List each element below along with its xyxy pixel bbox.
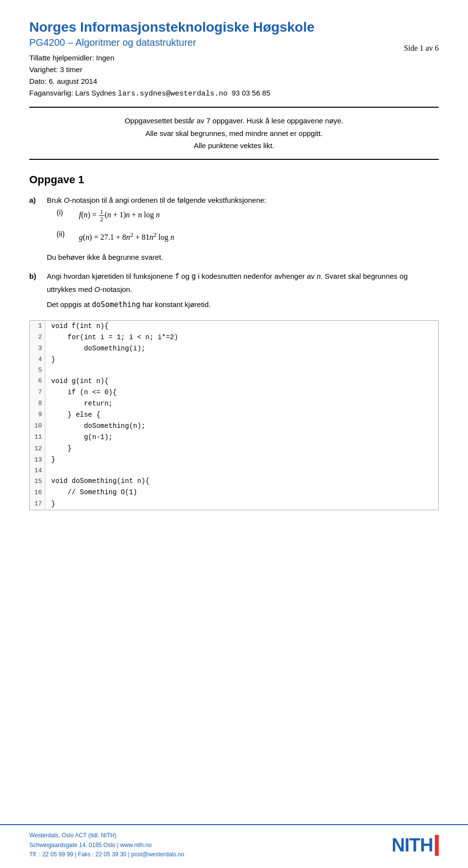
part-b-text2: Det oppgis at doSomething har konstant k… (47, 298, 439, 311)
duration: Varighet: 3 timer (29, 64, 404, 76)
code-line-14: 14 (30, 466, 438, 476)
code-line-11: 11 g(n-1); (30, 432, 438, 443)
code-line-17: 17 } (30, 499, 438, 510)
page-footer: Westerdals, Oslo ACT (tidl. NITH) Schwei… (0, 824, 468, 868)
code-line-4: 4 } (30, 354, 438, 366)
code-line-15: 15 void doSomething(int n){ (30, 476, 438, 487)
responsible: Fagansvarlig: Lars Sydnes lars.sydnes@we… (29, 87, 404, 100)
page-header: Norges Informasjonsteknologiske Høgskole… (29, 19, 439, 100)
problem-content: a) Bruk O-notasjon til å angi ordenen ti… (29, 194, 439, 311)
intro-line3: Alle punktene vektes likt. (29, 139, 439, 152)
part-a-body: Bruk O-notasjon til å angi ordenen til d… (47, 194, 439, 264)
nith-logo-bar (435, 835, 439, 856)
code-line-6: 6 void g(int n){ (30, 376, 438, 387)
part-b-label: b) (29, 270, 47, 311)
code-line-1: 1 void f(int n){ (30, 321, 438, 332)
code-block: 1 void f(int n){ 2 for(int i = 1; i < n;… (29, 320, 439, 510)
sub-part-ii: (ii) g(n) = 27.1 + 8n2 + 81n2 log n (57, 228, 439, 246)
code-line-8: 8 return; (30, 398, 438, 409)
footer-line1: Westerdals, Oslo ACT (tidl. NITH) (29, 831, 184, 840)
footer-line3: Tlf. : 22 05 99 99 | Faks : 22 05 39 30 … (29, 850, 184, 859)
part-a: a) Bruk O-notasjon til å angi ordenen ti… (29, 194, 439, 264)
sub-i-formula: f(n) = 12(n + 1)n + n log n (79, 208, 160, 223)
school-title: Norges Informasjonsteknologiske Høgskole (29, 19, 404, 35)
date: Dato: 6. august 2014 (29, 76, 404, 87)
code-line-13: 13 } (30, 454, 438, 465)
part-a-note: Du behøver ikke å begrunne svaret. (47, 251, 439, 264)
divider-bottom (29, 159, 439, 160)
code-line-10: 10 doSomething(n); (30, 421, 438, 432)
header-left: Norges Informasjonsteknologiske Høgskole… (29, 19, 404, 100)
footer-line2: Schweigaardsgate 14, 0185 Oslo | www.nit… (29, 841, 184, 850)
part-b: b) Angi hvordan kjøretiden til funksjone… (29, 270, 439, 311)
part-a-intro: Bruk O-notasjon til å angi ordenen til d… (47, 194, 439, 207)
intro-block: Oppgavesettet består av 7 oppgaver. Husk… (29, 115, 439, 152)
nith-logo: NITH (391, 835, 439, 856)
code-line-16: 16 // Something O(1) (30, 487, 438, 498)
code-line-5: 5 (30, 366, 438, 376)
intro-line2: Alle svar skal begrunnes, med mindre ann… (29, 127, 439, 140)
oppgave1-title: Oppgave 1 (29, 174, 439, 186)
allowed: Tillatte hjelpemidler: Ingen (29, 52, 404, 64)
part-b-body: Angi hvordan kjøretiden til funksjonene … (47, 270, 439, 311)
part-b-text1: Angi hvordan kjøretiden til funksjonene … (47, 270, 439, 295)
course-title: PG4200 – Algoritmer og datastrukturer (29, 37, 404, 48)
sub-i-label: (i) (57, 206, 74, 225)
part-a-label: a) (29, 194, 47, 264)
code-line-12: 12 } (30, 443, 438, 454)
intro-line1: Oppgavesettet består av 7 oppgaver. Husk… (29, 115, 439, 127)
sub-parts: (i) f(n) = 12(n + 1)n + n log n (ii) g(n… (57, 206, 439, 246)
divider-top (29, 107, 439, 108)
meta-info: Tillatte hjelpemidler: Ingen Varighet: 3… (29, 52, 404, 100)
page-number: Side 1 av 6 (404, 44, 439, 53)
nith-logo-text: NITH (391, 835, 433, 856)
code-line-2: 2 for(int i = 1; i < n; i*=2) (30, 332, 438, 343)
sub-part-i: (i) f(n) = 12(n + 1)n + n log n (57, 206, 439, 225)
sub-ii-label: (ii) (57, 228, 74, 246)
sub-ii-formula: g(n) = 27.1 + 8n2 + 81n2 log n (79, 230, 175, 244)
footer-address: Westerdals, Oslo ACT (tidl. NITH) Schwei… (29, 831, 184, 859)
code-line-7: 7 if (n <= 0){ (30, 387, 438, 398)
code-line-3: 3 doSomething(i); (30, 343, 438, 354)
code-line-9: 9 } else { (30, 409, 438, 421)
